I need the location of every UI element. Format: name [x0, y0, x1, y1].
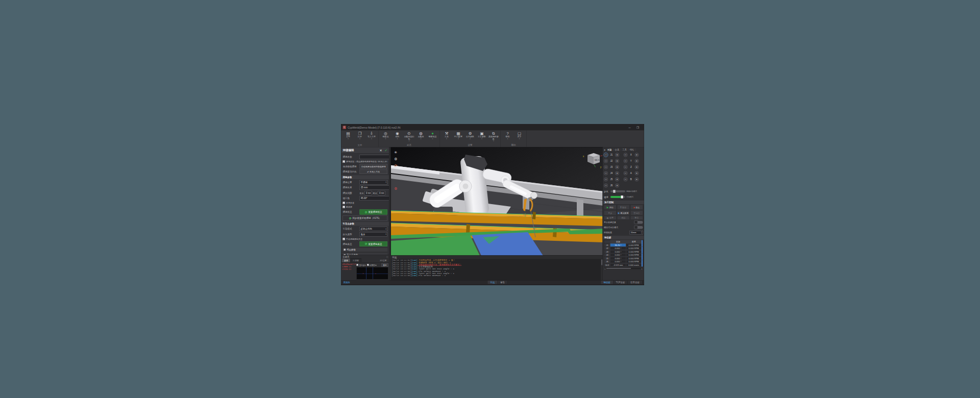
record-settings-button[interactable]: ⊙设置 — [604, 216, 617, 220]
planning-params-collapsed[interactable]: 规划参数 — [342, 247, 388, 252]
reset-button[interactable]: 复位 — [630, 216, 643, 220]
update-torch-pose-button[interactable]: ⟳ 更新焊枪姿态 — [360, 241, 388, 246]
ribbon-item-文件[interactable]: ▤文件▾ — [342, 131, 354, 144]
ribbon-item-工具[interactable]: ⚒工具▾ — [441, 131, 453, 144]
close-icon[interactable]: ✕ — [380, 148, 382, 152]
expand-icon[interactable]: ⛶ — [386, 256, 388, 258]
minimize-button[interactable]: ─ — [628, 126, 632, 129]
gap-start-input[interactable] — [365, 191, 372, 195]
panel-tab-编程[interactable]: 编程 — [628, 148, 636, 151]
scope-tab-XY位置[interactable]: XY位置 — [378, 259, 388, 263]
retreat-distance-spinner[interactable]: 20mm ▲▼ — [630, 231, 643, 235]
jog-plus-J1[interactable]: + — [615, 153, 619, 157]
ribbon-item-label: 示教器初始化 — [403, 136, 415, 140]
pause-button[interactable]: ‖暂停 — [617, 205, 630, 210]
resume-breakpoint-button[interactable]: ▶断点恢复 — [617, 211, 630, 216]
step-slider[interactable] — [610, 190, 625, 192]
ribbon-item-PLC配置[interactable]: ▦PLC配置▾ — [453, 131, 464, 144]
jog-minus-J1[interactable]: − — [604, 153, 608, 157]
jog-plus-Y[interactable]: + — [634, 159, 639, 163]
spinner-arrows-icon[interactable]: ▲▼ — [641, 231, 643, 234]
jog-minus-J2[interactable]: − — [604, 159, 608, 163]
jog-plus-J5[interactable]: + — [615, 178, 619, 182]
panel-tab-对象[interactable]: 对象 — [606, 148, 614, 151]
scope-tab-波形[interactable]: 波形 — [342, 258, 351, 262]
jog-plus-J6[interactable]: + — [615, 184, 619, 188]
jog-minus-Z[interactable]: − — [623, 165, 627, 169]
weld-category-checkbox[interactable]: ✓ — [343, 161, 346, 163]
plot-range-checkbox[interactable]: ✓ — [367, 264, 369, 266]
multilayer-checkbox[interactable]: ✓ — [343, 202, 346, 205]
reset-plot-button[interactable]: 重置 — [382, 263, 388, 267]
jog-plus-B[interactable]: + — [634, 178, 639, 182]
jog-axis-label: Z — [628, 166, 633, 168]
panel-tab-仿真[interactable]: 仿真 — [614, 148, 621, 151]
panel-tab-工具[interactable]: 工具 — [621, 148, 629, 151]
3d-viewport[interactable]: BACK x y ✳ ⚙ ⟳ ⚙ — [391, 147, 603, 256]
snap-view-icon[interactable]: ✳ — [393, 150, 399, 155]
jog-minus-B[interactable]: − — [623, 178, 627, 182]
ribbon-item-关于[interactable]: ▢关于▾ — [513, 131, 525, 144]
torch-tool-icon[interactable]: ⚙ — [393, 186, 399, 191]
refresh-view-icon[interactable]: ⟳ — [393, 163, 399, 168]
show-coords-checkbox[interactable]: ✓ — [357, 264, 359, 266]
jog-minus-J5[interactable]: − — [604, 178, 608, 182]
jog-minus-Y[interactable]: − — [623, 159, 627, 163]
dry-run-button[interactable]: 空运行 — [630, 211, 643, 216]
ribbon-item-相机[interactable]: ◉相机▾ — [391, 131, 403, 144]
ribbon-item-离线编程参数[interactable]: ⧉离线编程参数▾ — [488, 131, 500, 144]
ribbon-item-帮助[interactable]: ?帮助▾ — [502, 131, 513, 144]
manual-torch-checkbox[interactable]: ✓ — [343, 238, 346, 240]
speed-slider[interactable] — [610, 196, 625, 198]
weld-length-input[interactable] — [360, 185, 389, 190]
title-bar[interactable]: C CypWeld(Demo Model) [7.0.110.6] nut2.I… — [341, 125, 644, 131]
jog-plus-J4[interactable]: + — [615, 171, 619, 176]
stop-button[interactable]: ■停止 — [630, 205, 643, 210]
sim-run-mode-toggle[interactable] — [634, 226, 643, 229]
waveform-plot[interactable] — [357, 267, 388, 280]
ribbon-item-示教器[interactable]: ◍示教器▾ — [415, 131, 427, 144]
weld-name-input[interactable] — [360, 155, 389, 159]
single-sim-toggle[interactable] — [634, 221, 643, 224]
jog-plus-J2[interactable]: + — [615, 159, 619, 163]
ribbon-item-打开[interactable]: ❐打开▾ — [354, 131, 366, 144]
ribbon-item-示教器初始化[interactable]: ⊙示教器初始化▾ — [403, 131, 415, 144]
restore-button[interactable]: ❐ — [636, 126, 640, 129]
jog-plus-X[interactable]: + — [634, 153, 639, 157]
auto-select-curve-button[interactable]: 自动选择连续相切曲线焊缝 — [360, 164, 388, 169]
intermittent-checkbox[interactable]: ✓ — [343, 206, 346, 209]
groove-angle-input[interactable] — [360, 196, 389, 201]
trace-button[interactable]: 追踪 — [617, 216, 630, 220]
settings-gear-icon[interactable]: ⚙ — [393, 156, 399, 162]
sync-all-welds-button[interactable]: ⟳ 同步更新所有焊缝（V17S） — [343, 216, 388, 221]
weld-position-select[interactable]: 平焊缝▾ — [360, 180, 388, 185]
table-row[interactable]: G.X-3.929 mm0.000 mm/s — [604, 263, 643, 267]
jog-minus-J6[interactable]: − — [604, 184, 608, 188]
start-button[interactable]: ▶开始 — [604, 205, 617, 210]
jog-plus-A[interactable]: + — [634, 171, 639, 176]
scope-tab-光谱图[interactable]: 光谱图 — [351, 258, 361, 262]
jog-minus-J4[interactable]: − — [604, 171, 608, 176]
guide-mode-select[interactable]: 起始点优先▾ — [360, 227, 388, 231]
log-lines[interactable]: [09/18 16:42:52][CAD] 自动规划完成，共生成焊缝路径 1 条… — [391, 259, 601, 281]
jog-minus-A[interactable]: − — [623, 171, 627, 176]
gap-end-input[interactable] — [378, 191, 385, 195]
ribbon-item-视图状态[interactable]: ●视图状态▾ — [427, 131, 438, 144]
ribbon-item-工艺参数[interactable]: ▣工艺参数▾ — [476, 131, 488, 144]
jog-minus-X[interactable]: − — [623, 153, 627, 157]
gap-end-label: 终点 — [373, 191, 377, 194]
scroll-right-icon[interactable]: ▸ — [641, 267, 643, 269]
table-h-scrollbar[interactable]: ◂ ▸ — [604, 267, 643, 269]
ribbon-item-导入工件[interactable]: ⇩导入工件▾ — [366, 131, 378, 144]
jog-plus-J3[interactable]: + — [615, 165, 619, 169]
jog-plus-Z[interactable]: + — [634, 165, 639, 169]
示教器初始化-icon: ⊙ — [407, 131, 410, 136]
ribbon-item-全局参数[interactable]: ⚙全局参数▾ — [464, 131, 476, 144]
confirm-check-icon[interactable]: ✓ — [385, 148, 387, 153]
update-weld-status-button[interactable]: ⟳ 更新焊缝状态 — [360, 210, 388, 215]
robot-direction-button[interactable]: ⇄ 机器人方向 — [360, 169, 388, 174]
single-step-button[interactable]: 单步 — [604, 211, 617, 216]
ribbon-item-观察点[interactable]: ◎观察点▾ — [380, 131, 391, 144]
joint-type-select[interactable]: 角接▾ — [360, 232, 388, 237]
jog-minus-J3[interactable]: − — [604, 165, 608, 169]
